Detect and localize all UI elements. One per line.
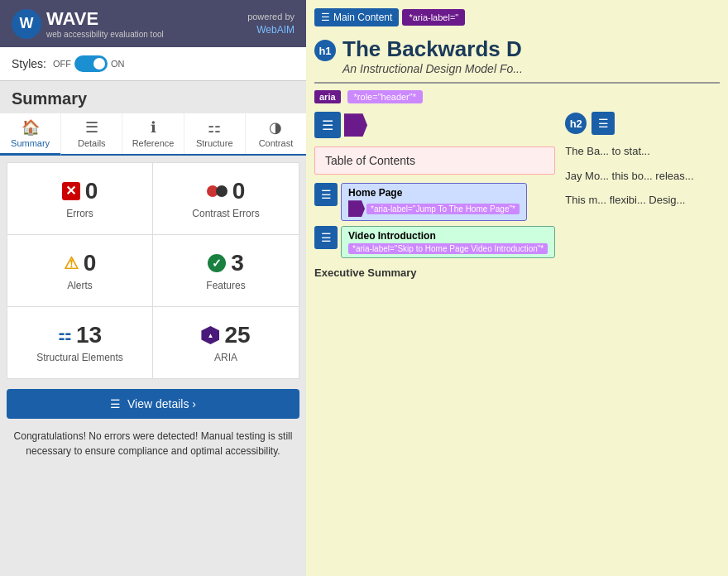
home-page-tag-icon xyxy=(348,200,365,217)
video-list-icon[interactable]: ☰ xyxy=(314,226,338,249)
home-icon: 🏠 xyxy=(22,118,40,137)
toc-tag-icon[interactable] xyxy=(344,113,367,137)
stat-structural[interactable]: ⚏ 13 Structural Elements xyxy=(7,307,153,378)
styles-toggle[interactable] xyxy=(74,55,108,72)
aria-badge-header[interactable]: aria xyxy=(314,90,341,103)
tab-structure-label: Structure xyxy=(196,138,233,148)
contrast-errors-value: 0 xyxy=(232,178,246,204)
toc-title: Table of Contents xyxy=(325,154,415,167)
video-intro-label: Video Introduction xyxy=(348,230,548,242)
tab-summary[interactable]: 🏠 Summary xyxy=(0,113,61,156)
powered-by: powered by WebAIM xyxy=(247,12,295,36)
h1-badge: h1 xyxy=(314,40,336,61)
toc-section: ☰ Table of Contents ☰ Home Page *aria-la… xyxy=(314,112,720,282)
right-content: ☰ Main Content *aria-label=" h1 The Back… xyxy=(306,0,728,299)
stat-contrast-errors[interactable]: 0 Contrast Errors xyxy=(153,163,299,235)
h1-title-row: h1 The Backwards D An Instructional Desi… xyxy=(314,36,720,75)
tab-reference[interactable]: ℹ Reference xyxy=(122,113,184,154)
aria-label: ARIA xyxy=(214,352,237,363)
side-text-2: Jay Mo... this bo... releas... xyxy=(565,168,720,185)
view-details-label: View details › xyxy=(127,397,196,410)
tab-summary-label: Summary xyxy=(11,138,50,148)
aria-label-main-text: *aria-label=" xyxy=(409,12,458,22)
main-content-icon: ☰ xyxy=(321,12,330,23)
h2-badge-right: h2 xyxy=(565,113,587,134)
congrats-text: Congratulations! No errors were detected… xyxy=(0,425,306,472)
structural-icon: ⚏ xyxy=(58,326,71,344)
role-header-text: *role="header"* xyxy=(354,92,416,102)
wave-logo: W xyxy=(12,9,41,39)
right-panel: ☰ Main Content *aria-label=" h1 The Back… xyxy=(306,0,728,576)
toggle-container: OFF ON xyxy=(53,55,125,72)
tab-contrast-label: Contrast xyxy=(259,138,294,148)
divider-1 xyxy=(314,82,720,84)
contrast-icon: ◑ xyxy=(269,118,282,137)
stats-grid: ✕ 0 Errors 0 Contrast Errors ⚠ 0 Alerts xyxy=(7,162,299,379)
video-intro-box[interactable]: Video Introduction *aria-label="Skip to … xyxy=(341,226,555,258)
summary-heading: Summary xyxy=(0,81,306,113)
alert-icon: ⚠ xyxy=(64,253,79,273)
tab-details-label: Details xyxy=(78,138,106,148)
role-header-badge[interactable]: *role="header"* xyxy=(347,90,423,103)
error-icon: ✕ xyxy=(62,182,80,200)
h2-list-icon[interactable]: ☰ xyxy=(592,112,615,135)
aria-icon: ▲ xyxy=(201,326,219,344)
info-icon: ℹ xyxy=(151,118,156,137)
page-title: The Backwards D xyxy=(342,36,523,62)
video-intro-row: ☰ Video Introduction *aria-label="Skip t… xyxy=(314,226,555,258)
main-content-badge[interactable]: ☰ Main Content xyxy=(314,8,399,26)
tab-details[interactable]: ☰ Details xyxy=(61,113,122,154)
toc-box: Table of Contents xyxy=(314,146,555,175)
stat-alerts[interactable]: ⚠ 0 Alerts xyxy=(7,235,153,307)
styles-label: Styles: xyxy=(12,57,46,70)
wave-header: W WAVE web accessibility evaluation tool… xyxy=(0,0,306,47)
video-aria-label: *aria-label="Skip to Home Page Video Int… xyxy=(348,243,548,254)
view-details-button[interactable]: ☰ View details › xyxy=(7,389,299,419)
features-label: Features xyxy=(206,280,245,291)
executive-summary-label: Executive Summary xyxy=(314,263,555,282)
tab-contrast[interactable]: ◑ Contrast xyxy=(246,113,306,154)
wave-logo-area: W WAVE web accessibility evaluation tool xyxy=(12,8,164,39)
page-subtitle: An Instructional Design Model Fo... xyxy=(342,62,523,75)
structural-label: Structural Elements xyxy=(36,352,123,363)
toggle-off-label: OFF xyxy=(53,59,71,69)
stat-aria[interactable]: ▲ 25 ARIA xyxy=(153,307,299,378)
list-icon: ☰ xyxy=(85,118,98,137)
home-page-row: ☰ Home Page *aria-label="Jump To The Hom… xyxy=(314,183,555,221)
powered-by-text: powered by xyxy=(247,12,295,22)
aria-value: 25 xyxy=(224,322,250,348)
structural-value: 13 xyxy=(76,322,102,348)
alerts-value: 0 xyxy=(84,250,97,276)
stat-features[interactable]: ✓ 3 Features xyxy=(153,235,299,307)
view-details-icon: ☰ xyxy=(110,397,121,410)
home-page-box[interactable]: Home Page *aria-label="Jump To The Home … xyxy=(341,183,527,221)
tab-reference-label: Reference xyxy=(132,138,175,148)
stat-errors[interactable]: ✕ 0 Errors xyxy=(7,163,153,235)
feature-icon: ✓ xyxy=(208,254,226,272)
role-header-row: aria *role="header"* xyxy=(314,90,720,103)
home-page-aria-label: *aria-label="Jump To The Home Page"* xyxy=(366,204,520,214)
errors-value: 0 xyxy=(85,178,98,204)
errors-label: Errors xyxy=(66,208,93,219)
main-content-row: ☰ Main Content *aria-label=" xyxy=(314,8,720,26)
tabs-bar: 🏠 Summary ☰ Details ℹ Reference ⚏ Struct… xyxy=(0,113,306,156)
main-content-label: Main Content xyxy=(333,12,392,23)
webaim-link[interactable]: WebAIM xyxy=(256,24,295,36)
contrast-error-icon xyxy=(207,185,228,197)
wave-subtitle: web accessibility evaluation tool xyxy=(46,30,164,39)
contrast-errors-label: Contrast Errors xyxy=(192,208,259,219)
alerts-label: Alerts xyxy=(67,280,93,291)
tab-structure[interactable]: ⚏ Structure xyxy=(184,113,246,154)
right-side-content: h2 ☰ The Ba... to stat... Jay Mo... this… xyxy=(565,112,720,209)
styles-bar: Styles: OFF ON xyxy=(0,47,306,81)
toc-list-icon[interactable]: ☰ xyxy=(314,112,341,138)
structure-icon: ⚏ xyxy=(208,118,221,137)
home-page-list-icon[interactable]: ☰ xyxy=(314,183,338,206)
toggle-on-label: ON xyxy=(111,59,125,69)
side-text-3: This m... flexibi... Desig... xyxy=(565,192,720,209)
aria-badge-text: aria xyxy=(319,92,336,102)
wave-title: WAVE xyxy=(46,8,164,30)
aria-label-main-badge[interactable]: *aria-label=" xyxy=(402,9,465,26)
features-value: 3 xyxy=(231,250,244,276)
home-page-label: Home Page xyxy=(348,187,520,199)
